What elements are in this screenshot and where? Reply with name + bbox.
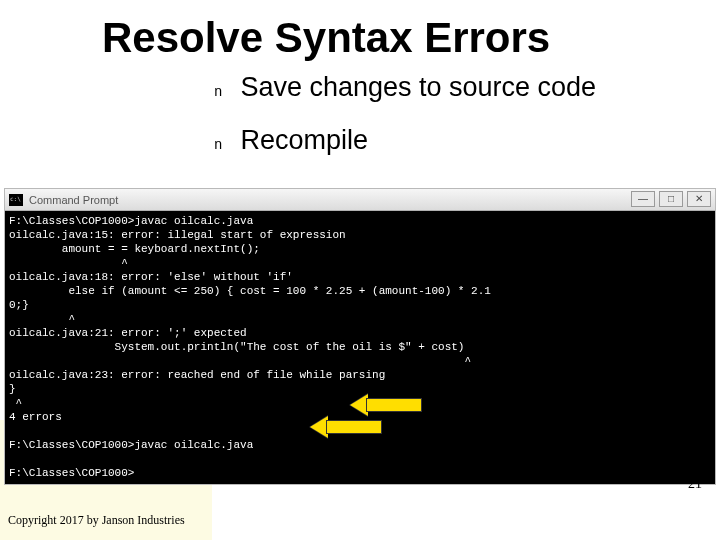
terminal-line: oilcalc.java:21: error: ';' expected <box>9 327 247 339</box>
command-prompt-window: Command Prompt — □ ✕ F:\Classes\COP1000>… <box>4 188 716 485</box>
copyright-text: Copyright 2017 by Janson Industries <box>8 513 185 528</box>
terminal-line: } <box>9 383 16 395</box>
list-item: n Save changes to source code <box>214 72 720 103</box>
terminal-line: oilcalc.java:23: error: reached end of f… <box>9 369 385 381</box>
bullet-text: Recompile <box>240 125 368 156</box>
terminal-line: ^ <box>9 257 128 269</box>
terminal-line: ^ <box>9 355 471 367</box>
callout-arrow-icon <box>350 394 422 416</box>
terminal-line: ^ <box>9 313 75 325</box>
terminal-line: F:\Classes\COP1000> <box>9 467 134 479</box>
window-titlebar: Command Prompt — □ ✕ <box>5 189 715 211</box>
terminal-line: amount = = keyboard.nextInt(); <box>9 243 260 255</box>
terminal-line: else if (amount <= 250) { cost = 100 * 2… <box>9 285 491 297</box>
terminal-line: ^ <box>9 397 22 409</box>
callout-arrow-icon <box>310 416 382 438</box>
close-button[interactable]: ✕ <box>687 191 711 207</box>
bullet-list: n Save changes to source code n Recompil… <box>0 68 720 190</box>
window-title: Command Prompt <box>29 194 118 206</box>
terminal-line: oilcalc.java:18: error: 'else' without '… <box>9 271 293 283</box>
terminal-line: F:\Classes\COP1000>javac oilcalc.java <box>9 215 253 227</box>
maximize-button[interactable]: □ <box>659 191 683 207</box>
terminal-line: 0;} <box>9 299 29 311</box>
bullet-text: Save changes to source code <box>240 72 596 103</box>
slide-title: Resolve Syntax Errors <box>0 0 720 68</box>
bullet-glyph: n <box>214 84 222 100</box>
minimize-button[interactable]: — <box>631 191 655 207</box>
list-item: n Recompile <box>214 125 720 156</box>
terminal-line: F:\Classes\COP1000>javac oilcalc.java <box>9 439 253 451</box>
terminal-output: F:\Classes\COP1000>javac oilcalc.java oi… <box>5 211 715 484</box>
terminal-line: oilcalc.java:15: error: illegal start of… <box>9 229 346 241</box>
bullet-glyph: n <box>214 137 222 153</box>
command-prompt-icon <box>9 194 23 206</box>
slide-number: 21 <box>688 476 702 492</box>
terminal-line: 4 errors <box>9 411 62 423</box>
terminal-line: System.out.println("The cost of the oil … <box>9 341 464 353</box>
window-buttons: — □ ✕ <box>631 191 711 207</box>
